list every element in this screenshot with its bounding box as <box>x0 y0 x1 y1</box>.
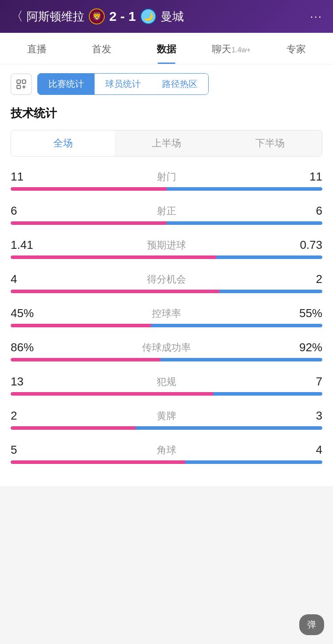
main-content: 比赛统计 球员统计 路径热区 技术统计 全场 上半场 下半场 11 射门 11 <box>0 64 333 486</box>
bar-home <box>11 187 166 191</box>
header-left: 〈 阿斯顿维拉 🦁 2 - 1 🌙 曼城 <box>11 8 184 25</box>
stat-name: 预期进球 <box>46 239 287 252</box>
stat-row: 6 射正 6 <box>11 204 322 225</box>
stat-value-left: 45% <box>11 306 46 320</box>
match-info: 阿斯顿维拉 🦁 2 - 1 🌙 曼城 <box>27 8 184 24</box>
stat-value-right: 2 <box>287 272 322 286</box>
stat-bar <box>11 255 322 259</box>
tab-chat[interactable]: 聊天1.4w+ <box>199 33 264 64</box>
sub-tab-heat-map[interactable]: 路径热区 <box>151 74 208 94</box>
bar-home <box>11 358 160 361</box>
stat-name: 控球率 <box>46 307 287 320</box>
stat-bar <box>11 460 322 464</box>
tab-live[interactable]: 直播 <box>4 33 69 64</box>
bar-away <box>219 290 322 293</box>
match-header: 〈 阿斯顿维拉 🦁 2 - 1 🌙 曼城 ··· <box>0 0 333 33</box>
stat-row: 1.41 预期进球 0.73 <box>11 238 322 259</box>
sub-tab-player-stats[interactable]: 球员统计 <box>95 74 151 94</box>
stat-name: 传球成功率 <box>46 341 287 354</box>
nav-tabs: 直播 首发 数据 聊天1.4w+ 专家 <box>0 33 333 64</box>
team-home-logo: 🦁 <box>89 8 105 24</box>
bar-away <box>160 358 322 361</box>
stats-container: 11 射门 11 6 射正 6 1.41 预期进球 0.73 <box>11 170 322 464</box>
stat-value-left: 5 <box>11 443 46 457</box>
stat-value-right: 7 <box>287 375 322 389</box>
bar-away <box>185 460 322 464</box>
stat-row: 5 角球 4 <box>11 443 322 464</box>
period-selector: 全场 上半场 下半场 <box>11 130 322 157</box>
bar-home <box>11 324 151 327</box>
stat-row: 11 射门 11 <box>11 170 322 191</box>
sub-tabs-row: 比赛统计 球员统计 路径热区 <box>11 73 322 95</box>
period-full[interactable]: 全场 <box>11 130 115 156</box>
tab-lineup[interactable]: 首发 <box>69 33 134 64</box>
stat-bar <box>11 290 322 293</box>
period-second-half[interactable]: 下半场 <box>218 130 322 156</box>
stat-name: 得分机会 <box>46 273 287 286</box>
team-home-name: 阿斯顿维拉 <box>27 9 84 24</box>
stat-bar <box>11 221 322 225</box>
popup-button[interactable]: 弹 <box>299 614 324 635</box>
stat-name: 角球 <box>46 444 287 457</box>
bar-away <box>151 324 322 327</box>
stat-value-right: 4 <box>287 443 322 457</box>
stat-bar <box>11 324 322 327</box>
bar-away <box>166 221 322 225</box>
stat-value-left: 2 <box>11 409 46 423</box>
svg-rect-0 <box>17 80 20 83</box>
stat-value-right: 6 <box>287 204 322 218</box>
share-button[interactable] <box>11 74 32 95</box>
stat-value-left: 13 <box>11 375 46 389</box>
bar-home <box>11 255 216 259</box>
stat-row: 86% 传球成功率 92% <box>11 341 322 361</box>
bar-away <box>216 255 322 259</box>
stat-value-right: 92% <box>287 341 322 354</box>
stat-name: 射门 <box>46 170 287 184</box>
tab-expert[interactable]: 专家 <box>264 33 329 64</box>
stat-value-left: 4 <box>11 272 46 286</box>
bar-home <box>11 290 219 293</box>
bar-home <box>11 392 213 396</box>
stat-value-left: 86% <box>11 341 46 354</box>
stat-value-right: 55% <box>287 306 322 320</box>
tab-data[interactable]: 数据 <box>134 33 199 64</box>
stat-row: 13 犯规 7 <box>11 375 322 396</box>
section-title: 技术统计 <box>11 106 322 121</box>
bar-home <box>11 460 185 464</box>
stat-bar <box>11 426 322 430</box>
stat-name: 犯规 <box>46 375 287 389</box>
stat-name: 黄牌 <box>46 409 287 423</box>
stat-value-left: 6 <box>11 204 46 218</box>
team-away-name: 曼城 <box>161 9 184 24</box>
bar-home <box>11 426 135 430</box>
stat-bar <box>11 358 322 361</box>
stat-name: 射正 <box>46 204 287 218</box>
bar-home <box>11 221 166 225</box>
match-score: 2 - 1 <box>109 9 136 24</box>
stat-value-right: 3 <box>287 409 322 423</box>
team-away-logo: 🌙 <box>140 8 156 24</box>
svg-rect-2 <box>17 85 20 89</box>
share-icon <box>16 79 27 90</box>
period-first-half[interactable]: 上半场 <box>115 130 218 156</box>
bar-away <box>213 392 322 396</box>
bar-away <box>166 187 322 191</box>
stat-value-left: 1.41 <box>11 238 46 252</box>
stat-row: 45% 控球率 55% <box>11 306 322 327</box>
stat-bar <box>11 187 322 191</box>
svg-rect-1 <box>22 80 26 83</box>
stat-value-right: 11 <box>287 170 322 184</box>
stat-row: 4 得分机会 2 <box>11 272 322 293</box>
sub-tabs: 比赛统计 球员统计 路径热区 <box>37 73 209 95</box>
stat-value-right: 0.73 <box>287 238 322 252</box>
back-button[interactable]: 〈 <box>11 8 23 25</box>
sub-tab-match-stats[interactable]: 比赛统计 <box>38 74 95 94</box>
stat-bar <box>11 392 322 396</box>
stat-value-left: 11 <box>11 170 46 184</box>
more-button[interactable]: ··· <box>310 10 322 24</box>
bar-away <box>135 426 322 430</box>
stat-row: 2 黄牌 3 <box>11 409 322 430</box>
